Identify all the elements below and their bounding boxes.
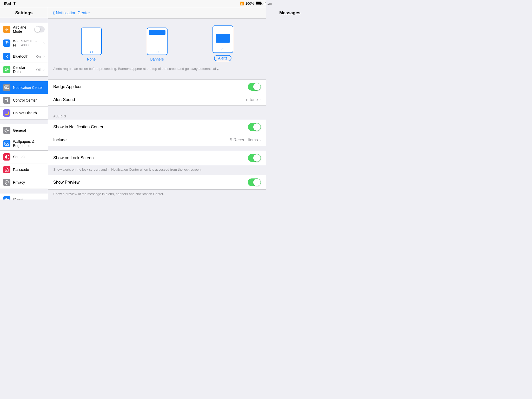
home-button-banners — [156, 51, 158, 53]
show-preview-label: Show Preview — [53, 180, 248, 185]
home-button-alerts — [222, 49, 224, 51]
sidebar-section-spacer-1 — [0, 18, 48, 23]
status-time: 6:44 am — [260, 2, 266, 5]
wifi-icon — [12, 2, 17, 5]
sidebar-item-control-center[interactable]: Control Center — [0, 94, 48, 107]
chevron-icon-bluetooth: › — [43, 54, 45, 59]
alert-style-none[interactable]: None — [81, 28, 102, 61]
sidebar-item-value-bluetooth: On — [36, 55, 41, 58]
sidebar-item-icloud[interactable]: iCloud — [0, 194, 48, 200]
status-bar: iPad 6:44 am 📶 100% — [0, 0, 266, 7]
sidebar-item-label-icloud: iCloud — [13, 198, 45, 200]
lock-screen-group: Show on Lock Screen — [48, 151, 266, 165]
svg-point-10 — [7, 101, 8, 102]
alert-style-section: None Banners Alerts — [48, 19, 266, 64]
sidebar-item-bluetooth[interactable]: Bluetooth On › — [0, 50, 48, 63]
sidebar-item-privacy[interactable]: Privacy — [0, 176, 48, 189]
sidebar-item-label-cellular: Cellular Data — [13, 65, 34, 74]
banner-bar — [149, 30, 165, 35]
svg-rect-6 — [5, 86, 9, 89]
spacer-2 — [48, 106, 266, 110]
back-button[interactable]: Notification Center — [52, 11, 90, 15]
alert-description: Alerts require an action before proceedi… — [48, 64, 266, 75]
preview-group: Show Preview — [48, 175, 266, 190]
sidebar-item-label-control-center: Control Center — [13, 98, 45, 102]
sidebar-item-label-notification-center: Notification Center — [13, 85, 45, 90]
svg-point-19 — [6, 170, 7, 171]
sidebar-item-label-general: General — [13, 128, 45, 132]
badge-app-icon-row[interactable]: Badge App Icon — [48, 80, 266, 94]
sidebar-section-spacer-3 — [0, 119, 48, 124]
sidebar-item-label-airplane-mode: Airplane Mode — [13, 25, 32, 34]
sidebar-item-label-dnd: Do Not Disturb — [13, 111, 45, 115]
back-label: Notification Center — [56, 11, 90, 15]
device-icon-banners — [147, 28, 168, 55]
alert-sound-label: Alert Sound — [53, 97, 244, 102]
chevron-icon-include: › — [260, 138, 261, 142]
sidebar-item-airplane-mode[interactable]: ✈ Airplane Mode — [0, 23, 48, 36]
spacer-1 — [48, 75, 266, 79]
detail-panel: Notification Center Messages None — [48, 7, 266, 200]
show-preview-row[interactable]: Show Preview — [48, 175, 266, 189]
show-on-lock-screen-row[interactable]: Show on Lock Screen — [48, 151, 266, 165]
alert-style-label-alerts: Alerts — [214, 55, 232, 61]
show-in-notification-center-toggle[interactable] — [248, 123, 261, 131]
sidebar-item-label-passcode: Passcode — [13, 168, 45, 172]
sidebar-item-label-privacy: Privacy — [13, 180, 45, 184]
airplane-mode-toggle[interactable] — [34, 26, 45, 32]
chevron-icon-wifi: › — [43, 41, 45, 45]
sidebar-section-spacer-2 — [0, 77, 48, 81]
alert-style-alerts[interactable]: Alerts — [212, 25, 233, 61]
privacy-icon — [3, 179, 10, 186]
preview-description: Show a preview of the message in alerts,… — [48, 190, 266, 200]
toggle-knob-2 — [253, 123, 261, 131]
device-icon-none — [81, 28, 102, 55]
sidebar-item-label-wifi: Wi-Fi — [13, 39, 18, 47]
carrier-label: iPad — [4, 2, 11, 5]
include-label: Include — [53, 138, 230, 142]
alerts-section-header: ALERTS — [48, 110, 266, 120]
show-preview-toggle[interactable] — [248, 178, 261, 186]
general-icon — [3, 127, 10, 134]
show-in-notification-center-row[interactable]: Show in Notification Center — [48, 120, 266, 134]
sidebar-item-label-bluetooth: Bluetooth — [13, 54, 34, 58]
sidebar-item-label-sounds: Sounds — [13, 155, 45, 159]
wifi-settings-icon — [3, 39, 10, 47]
sidebar-item-general[interactable]: General — [0, 124, 48, 137]
include-row[interactable]: Include 5 Recent Items › — [48, 134, 266, 146]
sidebar-item-sounds[interactable]: Sounds — [0, 151, 48, 163]
airplane-mode-icon: ✈ — [3, 26, 10, 33]
alert-sound-row[interactable]: Alert Sound Tri-tone › — [48, 94, 266, 105]
cellular-icon — [3, 66, 10, 73]
alerts-group: Show in Notification Center Include 5 Re… — [48, 120, 266, 146]
device-icon-alerts — [212, 25, 233, 53]
sidebar-item-do-not-disturb[interactable]: 🌙 Do Not Disturb — [0, 107, 48, 119]
bluetooth-settings-icon — [3, 53, 10, 60]
svg-point-5 — [6, 69, 7, 70]
status-left: iPad — [4, 2, 17, 5]
sidebar-item-cellular-data[interactable]: Cellular Data Off › — [0, 63, 48, 77]
detail-header: Notification Center Messages — [48, 7, 266, 19]
svg-point-15 — [6, 130, 8, 131]
toggle-knob — [253, 83, 261, 90]
notification-center-icon — [3, 84, 10, 91]
wallpapers-icon — [3, 140, 10, 147]
main-layout: Settings ✈ Airplane Mode Wi-Fi SINGTEL-4… — [0, 7, 266, 200]
alert-style-banners[interactable]: Banners — [147, 28, 168, 61]
sidebar-item-wifi[interactable]: Wi-Fi SINGTEL-4080 › — [0, 36, 48, 50]
chevron-icon-cellular: › — [43, 67, 45, 72]
toggle-knob-4 — [253, 179, 261, 186]
do-not-disturb-icon: 🌙 — [3, 109, 10, 117]
passcode-icon — [3, 166, 10, 173]
sidebar-item-notification-center[interactable]: Notification Center — [0, 81, 48, 94]
sidebar-item-passcode[interactable]: Passcode — [0, 163, 48, 176]
alert-style-row: None Banners Alerts — [53, 23, 261, 61]
toggle-knob-3 — [253, 154, 261, 162]
show-on-lock-screen-toggle[interactable] — [248, 154, 261, 162]
spacer-3 — [48, 146, 266, 151]
badge-app-icon-toggle[interactable] — [248, 83, 261, 91]
sidebar-item-value-wifi: SINGTEL-4080 — [21, 39, 41, 47]
sidebar-item-wallpapers[interactable]: Wallpapers & Brightness — [0, 137, 48, 151]
icloud-icon — [3, 196, 10, 200]
sidebar-item-value-cellular: Off — [36, 68, 41, 72]
